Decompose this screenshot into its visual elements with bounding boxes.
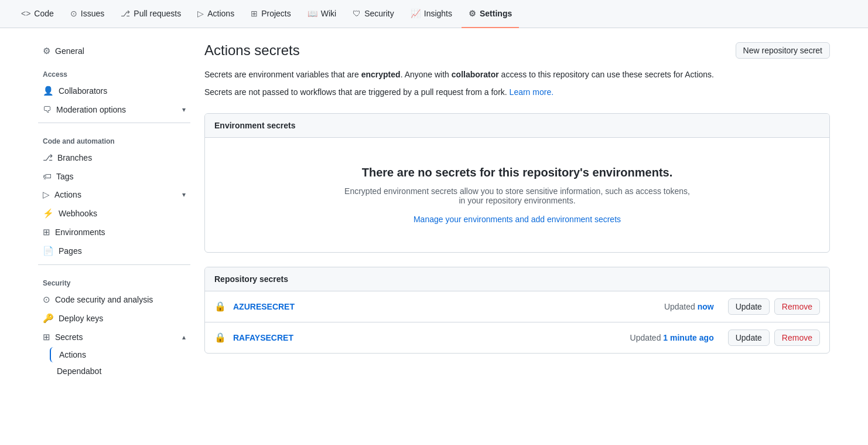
secret-updated-azure: Updated now [664,302,714,311]
branch-icon: ⎇ [43,152,53,163]
nav-issues[interactable]: ⊙ Issues [63,0,111,28]
sidebar-divider [38,123,190,123]
env-empty-desc: Encrypted environment secrets allow you … [341,186,693,205]
secret-name-rafay: RAFAYSECRET [233,333,623,342]
nav-security[interactable]: 🛡 Security [346,0,401,28]
webhooks-icon: ⚡ [43,208,54,219]
learn-more-link[interactable]: Learn more. [510,87,553,97]
secret-updated-rafay: Updated 1 minute ago [630,333,714,342]
env-secrets-empty: There are no secrets for this repository… [205,138,829,252]
sidebar-sub-item-actions[interactable]: Actions [50,347,190,362]
update-azure-button[interactable]: Update [728,298,770,315]
chevron-up-icon: ▴ [182,333,186,341]
sidebar-item-tags[interactable]: 🏷 Tags [38,168,190,185]
sidebar-section-code-automation: Code and automation [38,128,190,149]
shield-icon: ⊙ [43,294,50,305]
sidebar-item-pages[interactable]: 📄 Pages [38,242,190,260]
sidebar-item-environments[interactable]: ⊞ Environments [38,223,190,241]
new-repository-secret-button[interactable]: New repository secret [736,42,830,59]
secret-row-azure: 🔒 AZURESECRET Updated now Update Remove [205,291,829,322]
nav-projects[interactable]: ⊞ Projects [244,0,298,28]
nav-actions[interactable]: ▷ Actions [190,0,241,28]
sidebar-item-collaborators[interactable]: 👤 Collaborators [38,82,190,100]
secret-actions-rafay: Update Remove [728,329,820,346]
repo-secrets-section: Repository secrets 🔒 AZURESECRET Updated… [204,267,830,354]
nav-settings[interactable]: ⚙ Settings [462,0,519,28]
chevron-down-icon-actions: ▾ [182,191,186,199]
secret-name-azure: AZURESECRET [233,302,657,311]
secret-actions-azure: Update Remove [728,298,820,315]
lock-icon-azure: 🔒 [214,301,226,312]
page-title: Actions secrets [204,42,300,59]
settings-icon: ⚙ [469,9,476,18]
sidebar-divider-2 [38,264,190,265]
sidebar-item-deploy-keys[interactable]: 🔑 Deploy keys [38,310,190,327]
sidebar-item-moderation[interactable]: 🗨 Moderation options ▾ [38,101,190,118]
key-icon: 🔑 [43,313,54,324]
manage-environments-link[interactable]: Manage your environments and add environ… [414,215,621,224]
page-layout: ⚙ General Access 👤 Collaborators 🗨 Moder… [24,28,844,394]
nav-wiki[interactable]: 📖 Wiki [300,0,343,28]
sidebar: ⚙ General Access 👤 Collaborators 🗨 Moder… [38,42,190,380]
sidebar-item-secrets[interactable]: ⊞ Secrets ▴ [38,328,190,346]
environments-icon: ⊞ [43,227,50,237]
projects-icon: ⊞ [251,9,258,18]
remove-rafay-button[interactable]: Remove [774,329,820,346]
secret-row-rafay: 🔒 RAFAYSECRET Updated 1 minute ago Updat… [205,322,829,353]
person-icon: 👤 [43,86,54,96]
actions-icon: ▷ [197,9,204,18]
pr-icon: ⎇ [121,9,130,18]
description-encrypted: Secrets are environment variables that a… [204,68,830,81]
env-secrets-header: Environment secrets [205,114,829,138]
chevron-down-icon: ▾ [182,106,186,114]
update-rafay-button[interactable]: Update [728,329,770,346]
sidebar-item-general[interactable]: ⚙ General [38,42,190,60]
tag-icon: 🏷 [43,171,52,181]
main-content: Actions secrets New repository secret Se… [204,42,830,380]
secrets-icon: ⊞ [43,332,50,342]
nav-code[interactable]: <> Code [14,0,61,28]
top-nav: <> Code ⊙ Issues ⎇ Pull requests ▷ Actio… [0,0,868,28]
sidebar-section-access: Access [38,61,190,82]
sidebar-item-branches[interactable]: ⎇ Branches [38,149,190,167]
sidebar-item-code-security[interactable]: ⊙ Code security and analysis [38,291,190,308]
insights-icon: 📈 [411,9,421,18]
env-secrets-section: Environment secrets There are no secrets… [204,113,830,253]
repo-secrets-header: Repository secrets [205,267,829,291]
sidebar-sub-item-dependabot[interactable]: Dependabot [52,364,190,379]
wiki-icon: 📖 [307,9,317,18]
page-header: Actions secrets New repository secret [204,42,830,59]
issues-icon: ⊙ [70,9,77,18]
sidebar-item-actions[interactable]: ▷ Actions ▾ [38,186,190,203]
description-fork: Secrets are not passed to workflows that… [204,86,830,98]
gear-icon: ⚙ [43,46,50,56]
actions-sidebar-icon: ▷ [43,189,50,200]
security-icon: 🛡 [353,9,361,18]
lock-icon-rafay: 🔒 [214,332,226,343]
sidebar-section-security: Security [38,270,190,291]
nav-pull-requests[interactable]: ⎇ Pull requests [114,0,188,28]
nav-insights[interactable]: 📈 Insights [404,0,459,28]
code-icon: <> [21,9,30,18]
env-empty-title: There are no secrets for this repository… [219,166,815,179]
remove-azure-button[interactable]: Remove [774,298,820,315]
pages-icon: 📄 [43,246,54,256]
moderation-icon: 🗨 [43,104,52,114]
sidebar-item-webhooks[interactable]: ⚡ Webhooks [38,205,190,222]
